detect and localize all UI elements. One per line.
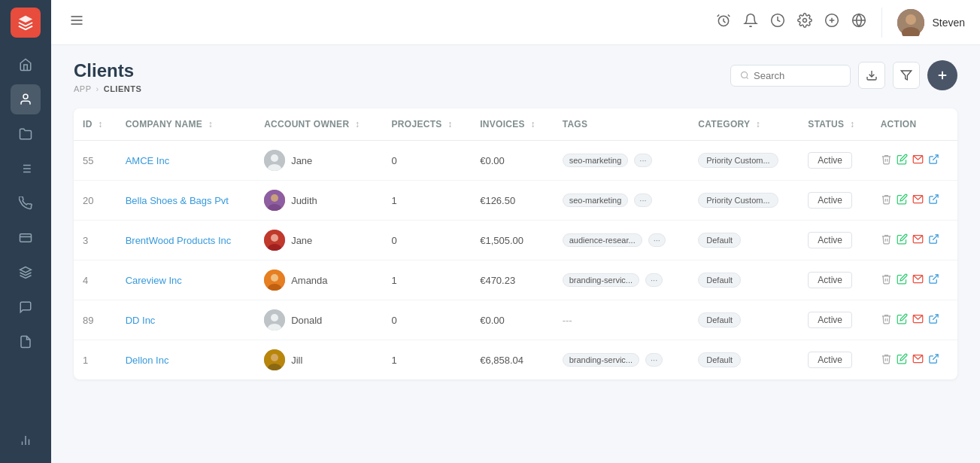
cell-category: Default [689,260,799,300]
external-link-icon[interactable] [928,273,939,287]
email-icon[interactable] [912,233,924,247]
edit-icon[interactable] [897,233,908,247]
delete-icon[interactable] [881,233,892,247]
svg-marker-9 [20,267,32,273]
delete-icon[interactable] [881,313,892,327]
cell-id: 20 [74,181,117,221]
sidebar-item-chat[interactable] [11,292,41,322]
sidebar-item-docs[interactable] [11,327,41,357]
owner-avatar [264,349,285,370]
svg-point-49 [271,274,278,282]
external-link-icon[interactable] [928,154,939,167]
status-badge: Active [808,152,852,169]
sidebar-item-users[interactable] [11,84,41,114]
edit-icon[interactable] [897,154,908,167]
tag-more[interactable]: ··· [634,193,651,207]
search-box[interactable] [730,65,851,87]
plus-circle-icon[interactable] [824,13,839,32]
sidebar-item-layers[interactable] [11,257,41,288]
sidebar-item-phone[interactable] [11,188,41,218]
company-link[interactable]: Bella Shoes & Bags Pvt [126,195,229,206]
company-link[interactable]: Dellon Inc [126,355,169,366]
cell-tags: branding-servic...··· [554,340,690,380]
delete-icon[interactable] [881,273,892,287]
page-title-section: Clients APP › CLIENTS [74,60,141,93]
sidebar-item-folders[interactable] [11,119,41,149]
tag-more[interactable]: ··· [645,353,663,367]
sidebar-item-list[interactable] [11,154,41,184]
col-status[interactable]: Status ↕ [799,108,871,141]
cell-id: 1 [74,340,117,380]
cell-company[interactable]: AMCE Inc [117,141,256,181]
owner-avatar [264,270,285,291]
tag-more[interactable]: ··· [645,273,663,287]
cell-company[interactable]: Dellon Inc [117,340,256,380]
category-pill: Default [698,273,741,288]
delete-icon[interactable] [881,353,892,367]
action-icons [881,154,948,167]
external-link-icon[interactable] [928,233,939,247]
category-pill: Priority Custom... [698,193,778,208]
cell-company[interactable]: BrentWood Products Inc [117,221,256,260]
col-category[interactable]: Category ↕ [689,108,799,141]
action-icons [881,313,948,327]
page-header: Clients APP › CLIENTS [74,60,957,93]
company-link[interactable]: Careview Inc [126,275,182,286]
cell-status: Active [799,181,871,221]
cell-company[interactable]: Careview Inc [117,260,256,300]
email-icon[interactable] [912,273,924,287]
sidebar-item-card[interactable] [11,223,41,253]
cell-owner: Jill [255,340,382,380]
cell-company[interactable]: DD Inc [117,300,256,340]
tag-more[interactable]: ··· [634,154,651,167]
add-icon [936,69,949,82]
owner-name: Jane [291,155,312,166]
svg-point-25 [906,14,916,25]
col-invoices[interactable]: Invoices ↕ [471,108,553,141]
email-icon[interactable] [912,193,924,207]
external-link-icon[interactable] [928,193,939,207]
owner-name: Donald [291,315,322,326]
col-action: Action [872,108,957,141]
add-client-button[interactable] [927,60,957,90]
edit-icon[interactable] [897,353,908,367]
bell-icon[interactable] [743,13,758,32]
sidebar-item-home[interactable] [11,50,41,80]
col-company-name[interactable]: Company Name ↕ [117,108,256,141]
company-link[interactable]: DD Inc [126,315,156,326]
category-pill: Default [698,312,741,327]
search-input[interactable] [754,70,841,81]
edit-icon[interactable] [897,313,908,327]
status-badge: Active [808,352,852,368]
cell-status: Active [799,221,871,260]
tag-more[interactable]: ··· [648,233,666,247]
download-button[interactable] [858,62,885,89]
email-icon[interactable] [912,154,924,167]
hamburger-button[interactable] [66,10,87,35]
alarm-icon[interactable] [716,13,731,32]
col-account-owner[interactable]: Account Owner ↕ [255,108,382,141]
email-icon[interactable] [912,353,924,367]
cell-category: Priority Custom... [689,141,799,181]
delete-icon[interactable] [881,154,892,167]
external-link-icon[interactable] [928,313,939,327]
col-id[interactable]: ID ↕ [74,108,117,141]
company-link[interactable]: AMCE Inc [126,155,170,166]
user-section[interactable]: Steven [897,9,965,36]
filter-button[interactable] [893,62,920,89]
delete-icon[interactable] [881,193,892,207]
edit-icon[interactable] [897,193,908,207]
cell-tags: --- [554,300,690,340]
sidebar-item-chart[interactable] [11,425,41,455]
settings-icon[interactable] [797,13,812,32]
email-icon[interactable] [912,313,924,327]
globe-icon[interactable] [851,13,866,32]
col-projects[interactable]: Projects ↕ [383,108,472,141]
clock-icon[interactable] [770,13,785,32]
cell-company[interactable]: Bella Shoes & Bags Pvt [117,181,256,221]
company-link[interactable]: BrentWood Products Inc [126,235,232,246]
svg-line-57 [933,315,938,320]
table-row: 20 Bella Shoes & Bags Pvt Judith 1 €126.… [74,181,957,221]
external-link-icon[interactable] [928,353,939,367]
edit-icon[interactable] [897,273,908,287]
